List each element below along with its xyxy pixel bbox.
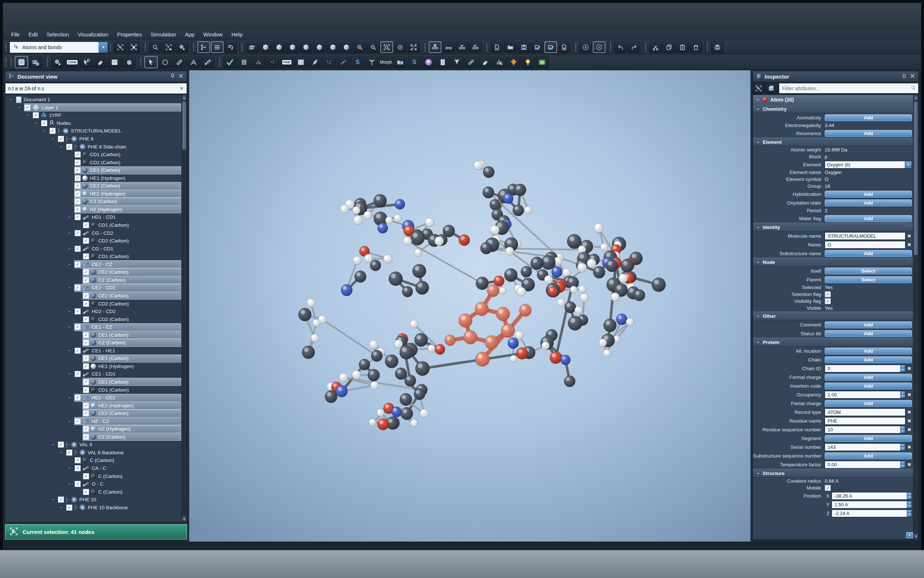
spin-down-icon[interactable]: ▼ (907, 513, 912, 517)
collapse-icon[interactable]: − (24, 112, 31, 118)
section-header-chemistry[interactable]: −Chemistry (753, 104, 913, 113)
cut-button[interactable] (649, 42, 662, 53)
sticks-style-button[interactable] (266, 56, 279, 68)
toolbar-drag-handle[interactable] (5, 57, 7, 67)
tree-item-cz-carbon[interactable]: ✓CZ (Carbon) (5, 276, 181, 284)
spin-input[interactable] (834, 493, 906, 499)
layers-button[interactable] (711, 42, 723, 53)
add-attribute-button[interactable]: Add (825, 215, 912, 222)
pdb-button[interactable]: PDB (280, 56, 293, 68)
add-atom-button[interactable] (51, 56, 65, 68)
lines-style-button[interactable] (238, 56, 251, 68)
visibility-checkbox[interactable]: ✓ (74, 159, 81, 166)
collapse-icon[interactable]: − (66, 214, 73, 220)
attribute-input[interactable] (827, 418, 903, 424)
spin-up-icon[interactable]: ▲ (907, 510, 912, 513)
visibility-checkbox[interactable]: ✓ (58, 497, 64, 503)
visibility-checkbox[interactable]: ✓ (83, 363, 89, 369)
save-all-button[interactable] (545, 42, 557, 53)
view-cube-7[interactable] (340, 42, 353, 53)
view-cube-5[interactable] (313, 42, 325, 53)
spin-down-icon[interactable]: ▼ (900, 464, 905, 468)
collapse-icon[interactable]: − (66, 262, 73, 267)
collapse-icon[interactable]: − (66, 285, 73, 291)
visibility-checkbox[interactable]: ✓ (74, 457, 81, 463)
menu-file[interactable]: File (6, 30, 24, 39)
tree-item-cg-cd2[interactable]: −✓CG - CD2 (5, 229, 181, 237)
tree-item-layer-1[interactable]: −✓Layer 1 (5, 104, 181, 112)
spin-input[interactable] (834, 510, 906, 516)
notes-button[interactable] (436, 56, 449, 68)
spin-up-icon[interactable]: ▲ (907, 501, 912, 505)
visibility-checkbox[interactable]: ✓ (74, 308, 81, 315)
spin-up-icon[interactable]: ▲ (900, 426, 905, 430)
tree-item-ce2-carbon[interactable]: ✓CE2 (Carbon) (5, 182, 181, 190)
visibility-checkbox[interactable]: ✓ (74, 175, 81, 181)
section-header-element[interactable]: −Element (753, 138, 913, 146)
tree-scrollbar[interactable]: ▲ ▼ (181, 95, 187, 522)
blob-tool-button[interactable] (122, 56, 135, 68)
view-cube-6[interactable] (327, 42, 339, 53)
menu-window[interactable]: Window (199, 30, 227, 39)
spin-up-icon[interactable]: ▲ (900, 461, 905, 465)
toolbar-drag-handle[interactable] (140, 57, 141, 67)
tree-item-he2-hydrogen[interactable]: ✓HE2 (Hydrogen) (5, 401, 181, 409)
tree-item-he1-hydrogen[interactable]: ✓HE1 (Hydrogen) (5, 362, 181, 370)
collapse-icon[interactable]: − (8, 97, 14, 102)
menu-simulation[interactable]: Simulation (146, 30, 180, 39)
zoom-in-button[interactable] (354, 42, 366, 53)
add-attribute-button[interactable]: Add (825, 400, 912, 407)
clear-search-icon[interactable]: ✕ (178, 86, 185, 91)
visibility-checkbox[interactable]: ✓ (83, 222, 89, 228)
quill-button[interactable] (309, 56, 322, 68)
visibility-checkbox[interactable]: ✓ (33, 112, 39, 118)
angle-button[interactable] (187, 56, 200, 68)
visibility-checkbox[interactable]: ✓ (50, 128, 56, 134)
tree-item-ce1-cz[interactable]: −✓CE1 - CZ (5, 323, 181, 331)
visibility-checkbox[interactable]: ✓ (83, 489, 89, 495)
section-header-node[interactable]: −Node (753, 258, 913, 266)
chart-button[interactable] (493, 56, 506, 68)
tree-item-cd2-carbon[interactable]: ✓CD2 (Carbon) (5, 237, 181, 245)
clear-attribute-icon[interactable]: ✖ (906, 392, 912, 398)
center-view-button[interactable] (394, 42, 406, 53)
collapse-icon[interactable]: − (41, 128, 48, 133)
tree-item-cd2-carbon[interactable]: ✓CD2 (Carbon) (5, 315, 181, 323)
tree-item-cd2-carbon[interactable]: ✓CD2 (Carbon) (5, 300, 181, 308)
play-button[interactable] (579, 42, 592, 53)
collapse-icon[interactable]: − (58, 450, 65, 455)
collapse-icon[interactable]: − (58, 505, 65, 510)
add-attribute-button[interactable]: Add (825, 383, 912, 390)
tree-item-structuralmodel[interactable]: −✓MSTRUCTURALMODEL (5, 127, 181, 135)
toolbar-drag-handle[interactable] (645, 42, 646, 52)
menu-app[interactable]: App (180, 30, 199, 39)
clear-attribute-icon[interactable]: ✖ (906, 418, 912, 424)
tree-item-c-carbon[interactable]: ✓C (Carbon) (5, 488, 181, 496)
tree-item-c-carbon[interactable]: ✓C (Carbon) (5, 456, 181, 464)
scroll-down-icon[interactable]: ▼ (182, 516, 187, 522)
attribute-dropdown[interactable]: Oxygen (8)▼ (825, 161, 912, 169)
visibility-checkbox[interactable]: ✓ (66, 505, 73, 511)
visibility-checkbox[interactable]: ✓ (66, 450, 73, 456)
save-button[interactable] (518, 42, 530, 53)
samson2-button[interactable]: S (408, 56, 421, 68)
zoom-out-button[interactable] (367, 42, 379, 53)
scrollbar-thumb[interactable] (182, 102, 186, 149)
add-attribute-button[interactable]: Add (825, 374, 912, 381)
lamp-button[interactable] (521, 56, 534, 68)
tree-item-hz-cz[interactable]: −✓HZ - CZ (5, 417, 181, 425)
visibility-checkbox[interactable]: ✓ (83, 473, 89, 479)
tree-item-ca-c[interactable]: −✓CA - C (5, 464, 181, 472)
toolbar-drag-handle[interactable] (144, 42, 146, 52)
tree-item-hz-hydrogen[interactable]: ✓HZ (Hydrogen) (5, 425, 181, 433)
add-attribute-button[interactable]: Add (825, 330, 912, 337)
select-tool-button[interactable] (144, 56, 157, 68)
inspector-scrollbar[interactable]: ▲ ▼ (913, 95, 918, 539)
chevron-down-icon[interactable]: ▼ (906, 532, 913, 538)
visibility-checkbox[interactable]: ✓ (83, 387, 89, 393)
add-attribute-button[interactable]: Add (825, 250, 912, 257)
samson-button[interactable]: S (351, 56, 364, 68)
toolbar-drag-handle[interactable] (486, 42, 488, 52)
tree-item-phe-6[interactable]: −✓RPHE 6 (5, 135, 181, 143)
close-document-button[interactable] (558, 42, 570, 53)
